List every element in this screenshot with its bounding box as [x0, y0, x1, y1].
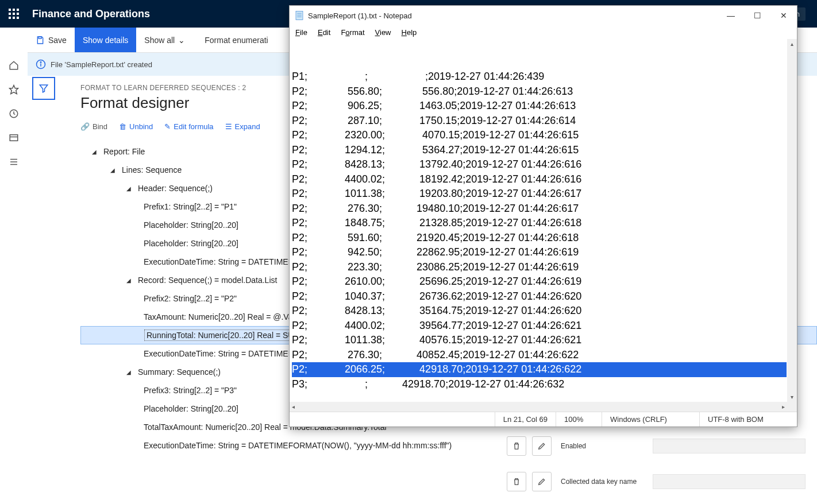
menu-format[interactable]: Format	[341, 28, 364, 37]
modules-icon[interactable]	[8, 156, 20, 168]
app-title: Finance and Operations	[32, 8, 150, 20]
menu-file[interactable]: File	[295, 28, 307, 37]
show-details-label: Show details	[83, 36, 128, 45]
prop-collected-row: Collected data key name	[507, 472, 806, 491]
format-enum-label: Format enumerati	[205, 36, 268, 45]
trash-icon: 🗑	[119, 122, 126, 131]
notepad-line[interactable]: P2; 906.25; 1463.05;2019-12-27 01:44:26:…	[292, 99, 787, 114]
filter-icon	[38, 83, 49, 94]
link-icon: 🔗	[80, 122, 90, 131]
delete-button[interactable]	[507, 472, 526, 491]
notepad-line[interactable]: P2; 1294.12; 5364.27;2019-12-27 01:44:26…	[292, 143, 787, 158]
notepad-line[interactable]: P2; 276.30; 40852.45;2019-12-27 01:44:26…	[292, 348, 787, 363]
filter-button[interactable]	[32, 77, 55, 100]
show-details-button[interactable]: Show details	[75, 28, 136, 52]
save-button[interactable]: Save	[28, 28, 75, 52]
edit-formula-button[interactable]: ✎Edit formula	[164, 122, 213, 131]
vertical-scrollbar[interactable]: ▴▾	[787, 39, 797, 412]
notepad-window: SampleReport (1).txt - Notepad — ☐ ✕ Fil…	[289, 5, 797, 427]
notepad-line[interactable]: P2; 2610.00; 25696.25;2019-12-27 01:44:2…	[292, 274, 787, 289]
svg-point-15	[40, 62, 41, 63]
recent-icon[interactable]	[8, 108, 20, 119]
trash-icon	[512, 441, 521, 451]
pencil-icon	[537, 477, 546, 486]
notepad-line[interactable]: P2; 1848.75; 21328.85;2019-12-27 01:44:2…	[292, 216, 787, 231]
status-cursor-pos: Ln 21, Col 69	[495, 412, 556, 427]
info-icon	[36, 59, 46, 69]
notepad-line[interactable]: P2; 1040.37; 26736.62;2019-12-27 01:44:2…	[292, 289, 787, 304]
pencil-icon	[537, 441, 546, 451]
notepad-line[interactable]: P2; 276.30; 19480.10;2019-12-27 01:44:26…	[292, 201, 787, 216]
expand-button[interactable]: ☰Expand	[225, 122, 260, 131]
show-all-label: Show all	[144, 36, 175, 45]
workspace-icon[interactable]	[8, 132, 20, 144]
svg-rect-12	[38, 37, 41, 38]
properties-panel: Enabled Collected data key name	[507, 436, 806, 504]
bind-button[interactable]: 🔗Bind	[80, 122, 107, 131]
notepad-line[interactable]: P2; 2066.25; 42918.70;2019-12-27 01:44:2…	[292, 362, 787, 377]
scroll-right-icon[interactable]: ▸	[782, 400, 785, 412]
notepad-line[interactable]: P2; 2320.00; 4070.15;2019-12-27 01:44:26…	[292, 128, 787, 143]
notepad-line[interactable]: P1; ; ;2019-12-27 01:44:26:439	[292, 69, 787, 84]
format-enum-button[interactable]: Format enumerati	[196, 28, 276, 52]
notepad-line[interactable]: P2; 1011.38; 40576.15;2019-12-27 01:44:2…	[292, 333, 787, 348]
show-all-button[interactable]: Show all ⌄	[136, 28, 196, 52]
edit-button[interactable]	[532, 436, 552, 456]
notepad-menubar: File Edit Format View Help	[290, 25, 797, 39]
maximize-button[interactable]: ☐	[744, 6, 770, 25]
prop-enabled-value[interactable]	[653, 439, 806, 453]
prop-enabled-label: Enabled	[561, 442, 653, 450]
edit-button[interactable]	[532, 472, 552, 491]
notepad-line[interactable]: P2; 287.10; 1750.15;2019-12-27 01:44:26:…	[292, 114, 787, 129]
home-icon[interactable]	[8, 60, 20, 71]
status-eol: Windows (CRLF)	[602, 412, 699, 427]
star-icon[interactable]	[8, 84, 20, 95]
menu-edit[interactable]: Edit	[318, 28, 330, 37]
chevron-down-icon: ⌄	[178, 36, 185, 45]
notepad-app-icon	[294, 10, 305, 21]
notepad-line[interactable]: P2; 4400.02; 39564.77;2019-12-27 01:44:2…	[292, 319, 787, 334]
status-encoding: UTF-8 with BOM	[699, 412, 797, 427]
delete-button[interactable]	[507, 436, 526, 456]
notepad-line[interactable]: P3; ; 42918.70;2019-12-27 01:44:26:632	[292, 377, 787, 392]
menu-view[interactable]: View	[375, 28, 391, 37]
notepad-line[interactable]: P2; 8428.13; 13792.40;2019-12-27 01:44:2…	[292, 157, 787, 172]
notepad-line[interactable]: P2; 8428.13; 35164.75;2019-12-27 01:44:2…	[292, 304, 787, 319]
svg-marker-2	[10, 86, 18, 94]
notepad-statusbar: Ln 21, Col 69 100% Windows (CRLF) UTF-8 …	[290, 412, 797, 427]
prop-enabled-row: Enabled	[507, 436, 806, 456]
scroll-up-icon[interactable]: ▴	[787, 39, 797, 49]
list-icon: ☰	[225, 122, 232, 131]
unbind-button[interactable]: 🗑Unbind	[119, 122, 153, 131]
minimize-button[interactable]: —	[718, 6, 744, 25]
app-launcher-icon[interactable]	[0, 0, 28, 28]
scroll-left-icon[interactable]: ◂	[292, 400, 295, 412]
menu-help[interactable]: Help	[402, 28, 417, 37]
notepad-title: SampleReport (1).txt - Notepad	[308, 11, 412, 20]
pencil-icon: ✎	[164, 122, 171, 131]
prop-collected-label: Collected data key name	[561, 478, 653, 486]
notepad-line[interactable]: P2; 591.60; 21920.45;2019-12-27 01:44:26…	[292, 231, 787, 246]
notepad-text-area[interactable]: P1; ; ;2019-12-27 01:44:26:439P2; 556.80…	[290, 39, 797, 412]
trash-icon	[512, 477, 521, 486]
notepad-titlebar[interactable]: SampleReport (1).txt - Notepad — ☐ ✕	[290, 6, 797, 25]
close-button[interactable]: ✕	[770, 6, 797, 25]
scroll-down-icon[interactable]: ▾	[787, 392, 797, 402]
svg-rect-16	[296, 11, 303, 20]
svg-rect-4	[10, 135, 18, 141]
left-nav-rail	[0, 28, 28, 168]
notepad-line[interactable]: P2; 1011.38; 19203.80;2019-12-27 01:44:2…	[292, 187, 787, 201]
status-zoom: 100%	[556, 412, 602, 427]
save-label: Save	[48, 36, 67, 45]
horizontal-scrollbar[interactable]: ◂▸	[290, 402, 787, 412]
notepad-line[interactable]: P2; 4400.02; 18192.42;2019-12-27 01:44:2…	[292, 172, 787, 187]
notepad-line[interactable]: P2; 223.30; 23086.25;2019-12-27 01:44:26…	[292, 260, 787, 275]
notepad-line[interactable]: P2; 556.80; 556.80;2019-12-27 01:44:26:6…	[292, 84, 787, 99]
notepad-line[interactable]: P2; 942.50; 22862.95;2019-12-27 01:44:26…	[292, 245, 787, 260]
info-message-text: File 'SampleReport.txt' created	[51, 60, 152, 69]
prop-collected-value[interactable]	[653, 474, 806, 489]
